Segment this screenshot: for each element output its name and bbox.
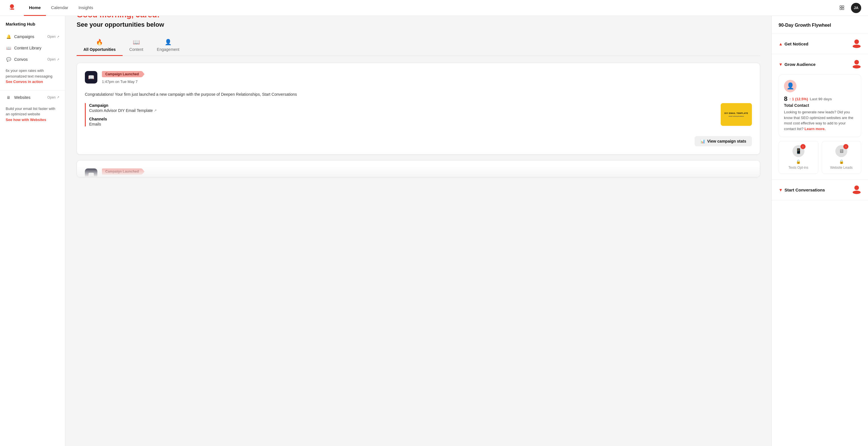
nav-tab-calendar[interactable]: Calendar: [46, 0, 73, 16]
texts-optins-card[interactable]: 📱 ↑ 🔒 Texts Opt-ins: [779, 141, 818, 174]
tab-engagement[interactable]: 👤 Engagement: [150, 36, 186, 56]
website-leads-icon-wrap: 🖥 ↑: [835, 145, 847, 157]
user-avatar[interactable]: JA: [851, 3, 861, 13]
sidebar-websites-label: Websites: [14, 95, 44, 100]
sidebar-title: Marketing Hub: [0, 22, 65, 31]
svg-rect-5: [842, 6, 844, 7]
card-header-content: Campaign Launched 1:47pm on Tue May 7: [102, 71, 142, 87]
start-conversations-chevron: ▼: [779, 187, 783, 192]
nav-tab-insights[interactable]: Insights: [73, 0, 98, 16]
campaign-label: Campaign: [89, 103, 714, 108]
top-nav: K Home Calendar Insights JA: [0, 0, 868, 16]
channels-label: Channels: [89, 117, 714, 121]
campaign-ext-link[interactable]: ↗: [154, 109, 157, 113]
total-contact-card: 👤 8 ↑ 1 (12.5%) Last 90 days Total Conta…: [779, 75, 861, 137]
convos-promo-link[interactable]: See Convos in action: [6, 80, 43, 84]
website-leads-lock-icon: 🔒: [839, 159, 844, 164]
thumbnail-title: DIY EMAIL TEMPLATE: [724, 112, 748, 115]
content-library-icon: 📖: [6, 45, 11, 51]
tab-content[interactable]: 📖 Content: [123, 36, 150, 56]
contact-period: Last 90 days: [810, 97, 832, 101]
texts-optins-icon-wrap: 📱 ↑: [793, 145, 804, 157]
right-panel-title: 90-Day Growth Flywheel: [772, 23, 868, 34]
grow-audience-icon: [852, 59, 861, 69]
second-card-badge-wrap: Campaign Launched: [102, 169, 142, 177]
card-footer: 📊 View campaign stats: [85, 136, 752, 146]
get-noticed-section: ▲ Get Noticed: [772, 34, 868, 54]
opportunity-tabs: 🔥 All Opportunities 📖 Content 👤 Engageme…: [76, 36, 760, 56]
start-conversations-header[interactable]: ▼ Start Conversations: [772, 180, 868, 193]
svg-point-13: [853, 190, 861, 193]
texts-optins-label: Texts Opt-ins: [788, 166, 808, 170]
website-leads-card[interactable]: 🖥 ↑ 🔒 Website Leads: [822, 141, 862, 174]
view-stats-button[interactable]: 📊 View campaign stats: [694, 136, 752, 146]
contact-desc: Looking to generate new leads? Did you k…: [784, 109, 856, 131]
get-noticed-header[interactable]: ▲ Get Noticed: [772, 34, 868, 54]
thumbnail-sub: email communications: [728, 115, 744, 117]
website-leads-label: Website Leads: [830, 166, 853, 170]
campaign-detail: Campaign Custom Advisor DIY Email Templa…: [85, 103, 714, 126]
greeting-sub: See your opportunities below: [76, 21, 760, 28]
convos-promo: 6x your open rates with personalized tex…: [0, 65, 65, 89]
svg-rect-7: [842, 8, 844, 10]
svg-point-8: [855, 39, 859, 44]
get-noticed-icon: [852, 39, 861, 49]
start-conversations-section: ▼ Start Conversations: [772, 180, 868, 193]
engagement-tab-icon: 👤: [165, 39, 172, 46]
get-noticed-chevron: ▲: [779, 41, 783, 46]
svg-rect-6: [840, 8, 842, 10]
svg-point-1: [10, 4, 14, 8]
content-tab-icon: 📖: [133, 39, 140, 46]
grow-audience-body: 👤 8 ↑ 1 (12.5%) Last 90 days Total Conta…: [772, 75, 868, 180]
grow-audience-sub-cards: 📱 ↑ 🔒 Texts Opt-ins 🖥 ↑ 🔒 Website Leads: [779, 141, 861, 174]
bar-chart-icon: 📊: [700, 139, 705, 144]
main-content: Good morning, Jared! See your opportunit…: [65, 0, 772, 193]
sidebar-campaigns-label: Campaigns: [14, 34, 44, 39]
svg-rect-4: [840, 6, 842, 7]
sidebar-convos-label: Convos: [14, 57, 44, 62]
notifications-icon[interactable]: [837, 3, 846, 12]
svg-point-9: [853, 44, 861, 48]
card-header: 📖 Campaign Launched 1:47pm on Tue May 7: [85, 71, 752, 87]
contact-learn-more[interactable]: Learn more.: [804, 127, 826, 131]
convos-icon: 💬: [6, 57, 11, 62]
sidebar: Marketing Hub 🔔 Campaigns Open ↗ 📖 Conte…: [0, 16, 65, 193]
websites-badge: Open ↗: [48, 95, 59, 99]
websites-icon: 🖥: [6, 95, 11, 100]
websites-promo-link[interactable]: See how with Websites: [6, 118, 46, 122]
sidebar-item-convos[interactable]: 💬 Convos Open ↗: [0, 54, 65, 65]
contact-count: 8: [784, 95, 787, 102]
contact-avatar-icon: 👤: [784, 80, 797, 92]
app-logo[interactable]: K: [7, 3, 17, 13]
nav-tabs: Home Calendar Insights: [24, 0, 98, 16]
all-opportunities-icon: 🔥: [96, 39, 103, 46]
channels-value: Emails: [89, 122, 714, 126]
sidebar-item-websites[interactable]: 🖥 Websites Open ↗: [0, 92, 65, 103]
card-timestamp: 1:47pm on Tue May 7: [102, 80, 142, 84]
get-noticed-title: ▲ Get Noticed: [779, 41, 808, 46]
grow-audience-header[interactable]: ▼ Grow Audience: [772, 54, 868, 75]
second-card-header: 📖 Campaign Launched: [85, 169, 752, 177]
contact-change: ↑ 1 (12.5%): [789, 97, 808, 101]
grow-audience-chevron: ▼: [779, 62, 783, 67]
grow-audience-title: ▼ Grow Audience: [779, 62, 815, 67]
channels-item: Channels Emails: [89, 117, 714, 126]
campaigns-icon: 🔔: [6, 34, 11, 39]
start-conversations-icon: [852, 185, 861, 193]
sidebar-item-content-library[interactable]: 📖 Content Library: [0, 42, 65, 54]
convos-badge: Open ↗: [48, 57, 59, 61]
right-panel: 90-Day Growth Flywheel ▲ Get Noticed ▼ G…: [772, 16, 868, 193]
start-conversations-title: ▼ Start Conversations: [779, 187, 825, 192]
card-badge: Campaign Launched: [102, 71, 142, 77]
second-card-partial: 📖 Campaign Launched: [76, 160, 760, 177]
svg-point-10: [855, 60, 859, 64]
sidebar-item-campaigns[interactable]: 🔔 Campaigns Open ↗: [0, 31, 65, 42]
grow-audience-section: ▼ Grow Audience 👤 8 ↑ 1 (12.5%) Last 90 …: [772, 54, 868, 180]
campaign-item: Campaign Custom Advisor DIY Email Templa…: [89, 103, 714, 113]
tab-all-opportunities[interactable]: 🔥 All Opportunities: [76, 36, 123, 56]
card-details-left: Campaign Custom Advisor DIY Email Templa…: [85, 103, 714, 130]
texts-optins-lock-icon: 🔒: [796, 159, 801, 164]
nav-right: JA: [837, 3, 861, 13]
svg-text:K: K: [9, 8, 11, 11]
nav-tab-home[interactable]: Home: [24, 0, 46, 16]
